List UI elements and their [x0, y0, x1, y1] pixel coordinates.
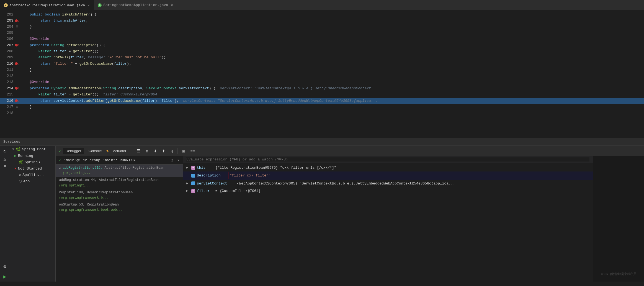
code-line-207: 207 ! protected String getDescription() … — [0, 42, 644, 48]
run-to-cursor-button[interactable]: ↓| — [169, 149, 174, 154]
frame-content-3: onStartup:53, RegistrationBean (org.spri… — [59, 202, 179, 213]
right-panel: CSDN @教徐坤是个程序员 — [593, 156, 644, 282]
code-text-202: public boolean isMatchAfter() { — [21, 12, 97, 18]
tab-console[interactable]: Console — [86, 148, 105, 154]
play-services-button[interactable]: ▶ — [2, 274, 7, 279]
var-item-description[interactable]: P description = "filter cxk filter" — [183, 171, 593, 180]
line-num-206: 206 — [0, 36, 13, 42]
tab-springboot-demo-close[interactable]: ✕ — [171, 3, 173, 7]
var-expand-this[interactable]: ▶ — [186, 165, 190, 171]
code-text-210: return "filter " + getOrDeduceName(filte… — [21, 61, 131, 67]
variable-list: ▶ ≡ this = {FilterRegistrationBean@5975}… — [183, 163, 593, 282]
line-num-212: 212 — [0, 73, 13, 79]
var-val-filter: = {CustomFilter@7064} — [215, 188, 261, 194]
watermark: CSDN @教徐坤是个程序员 — [601, 272, 636, 276]
frame-item-3[interactable]: onStartup:53, RegistrationBean (org.spri… — [56, 201, 183, 214]
line-num-213: 213 — [0, 79, 13, 85]
line-num-208: 208 — [0, 48, 13, 54]
evaluate-input[interactable] — [186, 157, 589, 162]
expand-button[interactable]: △ — [2, 157, 7, 162]
code-line-205: 205 — [0, 30, 644, 36]
gutter-204: ⊟ — [13, 24, 21, 30]
stop-icon: ■ — [14, 167, 16, 171]
frame-loc-1: addRegistration:44, AbstractFilterRegist… — [59, 178, 159, 187]
line-num-210: 210 — [0, 61, 13, 67]
spring-icon-tab: S — [98, 3, 102, 7]
step-over-button[interactable]: ⬆ — [144, 148, 150, 154]
line-num-209: 209 — [0, 54, 13, 61]
dropdown-icon[interactable]: ▾ — [177, 158, 179, 163]
java-icon: J — [4, 3, 8, 7]
code-text-207: protected String getDescription() { — [21, 42, 105, 48]
apollo-icon: ⚙ — [19, 173, 21, 177]
var-eq-servletcontext — [229, 180, 231, 187]
var-expand-servletcontext[interactable]: ▶ — [186, 181, 190, 186]
code-line-204: 204 ⊟ } — [0, 24, 644, 30]
tab-actuator[interactable]: Actuator — [110, 148, 129, 154]
variables-pane: ▶ ≡ this = {FilterRegistrationBean@5975}… — [183, 156, 593, 282]
var-name-filter: filter — [197, 188, 210, 194]
tab-bar: J AbstractFilterRegistrationBean.java ✕ … — [0, 0, 644, 11]
tab-springboot-demo-label: SpringbootDemoApplication.java — [103, 3, 168, 7]
close-panel-button[interactable]: ✕ — [2, 164, 7, 169]
services-header: Services — [0, 138, 644, 146]
var-eq-filter — [212, 188, 214, 194]
var-eq-description: = — [222, 172, 227, 179]
line-num-217: 217 — [0, 104, 13, 110]
tab-abstract-filter-close[interactable]: ✕ — [88, 3, 90, 7]
watch-header — [183, 156, 593, 163]
code-line-206: 206 @Override — [0, 36, 644, 42]
var-item-this[interactable]: ▶ ≡ this = {FilterRegistrationBean@5975}… — [183, 164, 593, 171]
sidebar-item-spring-boot[interactable]: ▼ 🌿 Spring Boot — [10, 146, 55, 153]
step-out-button[interactable]: ⬆ — [160, 148, 167, 154]
step-into-button[interactable]: ⬇ — [152, 148, 159, 154]
var-icon-this: ≡ — [191, 166, 195, 170]
tab-abstract-filter[interactable]: J AbstractFilterRegistrationBean.java ✕ — [0, 0, 94, 11]
var-item-servletcontext[interactable]: ▶ P servletContext = {WebAppContext$Cont… — [183, 180, 593, 187]
tab-debugger[interactable]: Debugger — [63, 148, 84, 154]
resume-button[interactable]: ☰ — [135, 148, 142, 154]
sidebar-item-app[interactable]: ⬡ App — [10, 178, 55, 184]
sidebar-item-running[interactable]: ▶ Running — [10, 153, 55, 159]
refresh-button[interactable]: ↻ — [2, 148, 8, 154]
frame-content-1: addRegistration:44, AbstractFilterRegist… — [59, 178, 179, 188]
var-eq-this — [207, 165, 209, 171]
line-num-203: 203 — [0, 18, 13, 24]
gutter-210: ↙ — [13, 61, 21, 67]
gutter-217: ⊟ — [13, 104, 21, 110]
frame-item-0[interactable]: ↩ addRegistration:216, AbstractFilterReg… — [56, 165, 183, 177]
var-expand-filter[interactable]: ▶ — [186, 188, 190, 194]
code-line-215: 215 Filter filter = getFilter(); filter:… — [0, 92, 644, 98]
running-label: Running — [18, 154, 33, 158]
line-num-216: 216 — [0, 98, 13, 104]
var-name-this: this — [197, 165, 205, 171]
code-line-209: 209 Assert.notNull(filter, message: "Fil… — [0, 54, 644, 61]
gear-services-button[interactable]: ⚙ — [2, 264, 8, 269]
code-line-217: 217 ⊟ } — [0, 104, 644, 110]
var-val-this: = {FilterRegistrationBean@5975} "cxk fil… — [211, 165, 336, 171]
evaluate-button[interactable]: ⊞ — [180, 148, 187, 154]
services-title: Services — [3, 140, 20, 144]
frame-item-2[interactable]: register:108, DynamicRegistrationBean (o… — [56, 189, 183, 201]
filter-icon[interactable]: ⚗ — [171, 158, 173, 163]
frame-item-1[interactable]: addRegistration:44, AbstractFilterRegist… — [56, 177, 183, 189]
sidebar-item-not-started[interactable]: ■ Not Started — [10, 165, 55, 172]
sidebar-item-springb[interactable]: 🌿 SpringB... — [10, 159, 55, 165]
code-text-209: Assert.notNull(filter, message: "Filter … — [21, 54, 166, 61]
var-name-servletcontext: servletContext — [197, 180, 227, 187]
tab-springboot-demo[interactable]: S SpringbootDemoApplication.java ✕ — [94, 0, 177, 11]
var-val-servletcontext: = {WebAppContext$Context@7005} "ServletC… — [233, 180, 455, 187]
sidebar-item-apollo[interactable]: ⚙ Apollio... — [10, 172, 55, 178]
spring-boot-label: Spring Boot — [22, 147, 46, 151]
apollo-label: Apollio... — [22, 173, 44, 177]
var-icon-filter: ≡ — [191, 189, 195, 193]
code-text-204: } — [21, 24, 32, 30]
var-item-filter[interactable]: ▶ ≡ filter = {CustomFilter@7064} — [183, 187, 593, 195]
line-num-215: 215 — [0, 92, 13, 98]
services-toolbar-vertical: ↻ △ ✕ ⚙ ▶ — [0, 146, 10, 282]
frame-loc-2: register:108, DynamicRegistrationBean (o… — [59, 191, 133, 200]
code-text-213: @Override — [21, 79, 49, 85]
gutter-214: ! — [13, 85, 21, 92]
line-num-218: 218 — [0, 110, 13, 116]
settings-button[interactable]: ≡≡ — [189, 148, 196, 154]
